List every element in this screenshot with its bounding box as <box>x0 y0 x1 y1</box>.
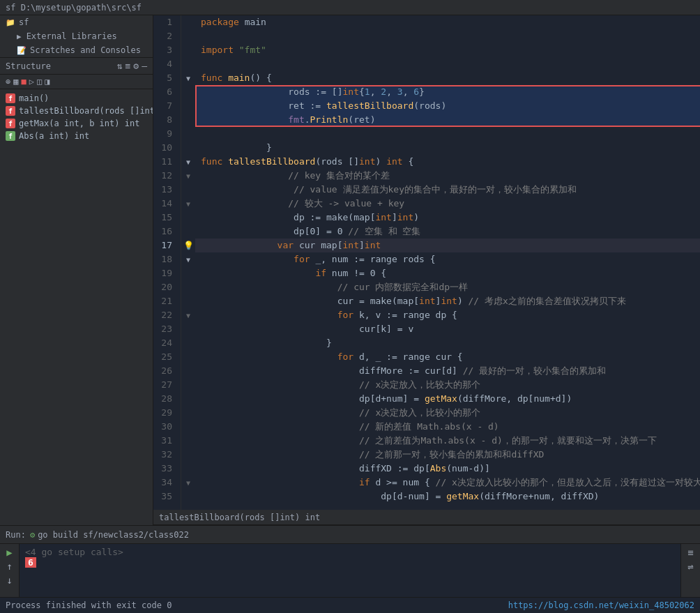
code-area: 1 2 3 4 5 6 7 8 9 10 11 12 13 14 15 16 1… <box>153 15 700 525</box>
ln-28: 28 <box>159 392 175 406</box>
func-icon: f <box>6 93 15 103</box>
top-bar: sf D:\mysetup\gopath\src\sf <box>0 0 700 15</box>
gutter-1 <box>181 15 195 29</box>
struct-label-abs: Abs(a int) int <box>19 131 89 141</box>
output-side-toolbar: ≡ ⇌ <box>680 544 700 597</box>
code-line-2 <box>195 29 700 43</box>
gutter-20 <box>181 280 195 294</box>
ln-14: 14 <box>159 197 175 211</box>
struct-btn-2[interactable]: ▦ <box>13 77 18 86</box>
struct-label-tallest: tallestBillboard(rods []int) i <box>19 106 153 116</box>
gutter-12[interactable]: ▼ <box>181 169 195 183</box>
line-numbers: 1 2 3 4 5 6 7 8 9 10 11 12 13 14 15 16 1… <box>153 15 181 510</box>
gutter-6 <box>181 85 195 99</box>
code-line-9 <box>195 127 700 141</box>
gutter-24 <box>181 336 195 350</box>
struct-item-tallest[interactable]: f tallestBillboard(rods []int) i <box>0 105 153 117</box>
gutter-3 <box>181 43 195 57</box>
gutter-8 <box>181 113 195 127</box>
result-number: 6 <box>25 557 36 568</box>
ln-7: 7 <box>159 99 175 113</box>
ln-21: 21 <box>159 294 175 308</box>
struct-btn-1[interactable]: ⊕ <box>6 77 10 86</box>
gutter-9 <box>181 127 195 141</box>
sidebar-label-sf: sf <box>19 17 29 27</box>
ln-15: 15 <box>159 211 175 225</box>
ln-12: 12 <box>159 169 175 183</box>
scratches-icon: 📝 <box>17 46 26 55</box>
struct-item-main[interactable]: f main() <box>0 92 153 105</box>
ln-31: 31 <box>159 434 175 448</box>
structure-panel: Structure ⇅ ≡ ⚙ — ⊕ ▦ ■ ▷ ◫ ◨ f <box>0 57 153 525</box>
scroll-down-btn[interactable]: ↓ <box>6 575 12 586</box>
struct-label-main: main() <box>19 93 49 103</box>
lightbulb-icon[interactable]: 💡 <box>183 241 194 250</box>
gutter-33 <box>181 462 195 476</box>
ln-13: 13 <box>159 183 175 197</box>
ln-5: 5 <box>159 71 175 85</box>
func-icon-3: f <box>6 119 15 128</box>
gutter-21 <box>181 294 195 308</box>
sort-alpha-icon[interactable]: ≡ <box>125 61 131 71</box>
sidebar-item-scratches[interactable]: 📝 Scratches and Consoles <box>0 43 153 57</box>
gutter-18[interactable]: ▼ <box>181 252 195 266</box>
gutter-27 <box>181 378 195 392</box>
output-main: ▶ ↑ ↓ <4 go setup calls> 6 ≡ ⇌ <box>0 544 700 597</box>
gutter-22[interactable]: ▼ <box>181 308 195 322</box>
ln-6: 6 <box>159 85 175 99</box>
run-icon: ⚙ <box>30 530 35 540</box>
sidebar-item-external-libraries[interactable]: ▶ External Libraries <box>0 29 153 43</box>
top-bar-path: sf D:\mysetup\gopath\src\sf <box>6 3 142 13</box>
run-bar: Run: ⚙ go build sf/newclass2/class022 <box>0 525 700 543</box>
gutter-34[interactable]: ▼ <box>181 476 195 490</box>
code-scroll[interactable]: 1 2 3 4 5 6 7 8 9 10 11 12 13 14 15 16 1… <box>153 15 700 510</box>
close-structure-icon[interactable]: — <box>142 61 147 71</box>
gutter-23 <box>181 322 195 336</box>
gutter-4 <box>181 57 195 71</box>
output-result: 6 <box>25 557 675 568</box>
gutter-26 <box>181 364 195 378</box>
output-command-line: <4 go setup calls> <box>25 547 675 557</box>
settings-icon[interactable]: ⚙ <box>133 61 139 71</box>
scroll-up-btn[interactable]: ↑ <box>6 561 12 572</box>
gutter-29 <box>181 406 195 420</box>
breadcrumb-text: tallestBillboard(rods []int) int <box>159 513 320 522</box>
gutter-25 <box>181 350 195 364</box>
ln-26: 26 <box>159 364 175 378</box>
output-toolbar: ▶ ↑ ↓ <box>0 544 20 597</box>
gutter-11[interactable]: ▼ <box>181 155 195 169</box>
ln-22: 22 <box>159 308 175 322</box>
ln-2: 2 <box>159 29 175 43</box>
gutter-5[interactable]: ▼ <box>181 71 195 85</box>
soft-wrap-icon[interactable]: ⇌ <box>687 561 693 572</box>
wrap-icon[interactable]: ≡ <box>687 547 693 558</box>
code-line-10: } <box>195 141 700 155</box>
struct-btn-6[interactable]: ◨ <box>45 77 50 86</box>
folder-icon: 📁 <box>6 18 15 27</box>
gutter-28 <box>181 392 195 406</box>
sort-icon[interactable]: ⇅ <box>117 61 123 71</box>
structure-header: Structure ⇅ ≡ ⚙ — <box>0 58 153 75</box>
ln-18: 18 <box>159 252 175 266</box>
struct-item-getmax[interactable]: f getMax(a int, b int) int <box>0 117 153 130</box>
struct-label-getmax: getMax(a int, b int) int <box>19 119 139 128</box>
ln-3: 3 <box>159 43 175 57</box>
gutter-30 <box>181 420 195 434</box>
struct-item-abs[interactable]: f Abs(a int) int <box>0 130 153 142</box>
ln-24: 24 <box>159 336 175 350</box>
struct-btn-5[interactable]: ◫ <box>37 77 42 86</box>
sidebar-item-sf[interactable]: 📁 sf <box>0 15 153 29</box>
output-command: <4 go setup calls> <box>25 547 123 557</box>
sidebar-label-external: External Libraries <box>26 31 117 41</box>
gutter-14[interactable]: ▼ <box>181 197 195 211</box>
ln-19: 19 <box>159 266 175 280</box>
blog-url[interactable]: https://blog.csdn.net/weixin_48502062 <box>508 600 694 610</box>
struct-btn-4[interactable]: ▷ <box>29 77 34 86</box>
gutter-32 <box>181 448 195 462</box>
struct-btn-3[interactable]: ■ <box>21 77 26 86</box>
func-icon-2: f <box>6 106 15 116</box>
structure-toolbar: ⇅ ≡ ⚙ — <box>117 61 147 71</box>
run-play-btn[interactable]: ▶ <box>6 547 12 558</box>
gutter-2 <box>181 29 195 43</box>
code-content[interactable]: package main import "fmt" func main() { <box>195 15 700 510</box>
